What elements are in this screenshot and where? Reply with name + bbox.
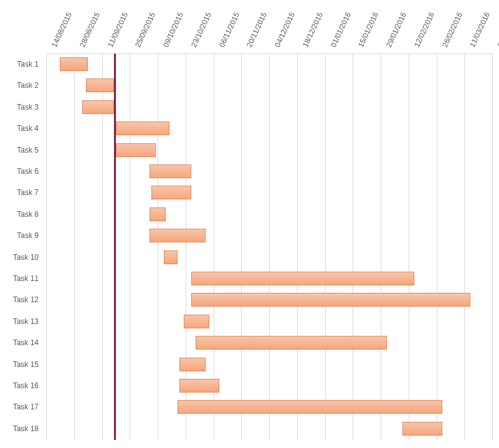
task-label: Task 15 (0, 360, 39, 369)
task-label: Task 17 (0, 403, 39, 411)
task-bar (191, 272, 414, 285)
task-bar (179, 358, 206, 371)
task-label: Task 7 (0, 188, 39, 197)
today-line (114, 54, 116, 440)
task-bar (151, 186, 191, 199)
task-label: Task 16 (0, 381, 39, 390)
gridline (130, 54, 130, 440)
gridline (241, 54, 242, 440)
task-label: Task 4 (0, 124, 39, 133)
task-bar (179, 379, 219, 393)
task-label: Task 14 (0, 338, 39, 347)
task-bar (116, 122, 169, 135)
task-bar (184, 315, 210, 328)
task-bar (402, 422, 442, 436)
task-bar (150, 164, 191, 178)
task-bar (178, 400, 442, 414)
task-bar (116, 143, 156, 157)
task-label: Task 12 (0, 295, 39, 304)
task-label: Task 9 (0, 231, 39, 240)
task-bar (150, 207, 166, 221)
task-bar (150, 229, 206, 242)
task-label: Task 6 (0, 167, 39, 176)
task-label: Task 5 (0, 146, 39, 155)
gridline (437, 54, 437, 440)
task-bar (82, 100, 114, 114)
task-bar (86, 79, 114, 92)
task-label: Task 13 (0, 317, 39, 326)
task-label: Task 11 (0, 274, 39, 283)
task-label: Task 18 (0, 424, 39, 433)
task-label: Task 1 (0, 60, 39, 69)
gridline (409, 54, 409, 440)
gridline (492, 54, 493, 440)
gridline (46, 54, 47, 440)
gantt-chart: 14/08/201528/08/201511/09/201525/09/2015… (0, 0, 499, 448)
task-label: Task 2 (0, 81, 39, 90)
gridline (464, 54, 465, 440)
gridline (381, 54, 381, 440)
gridline (158, 54, 158, 440)
task-bar (60, 57, 88, 71)
task-label: Task 3 (0, 103, 39, 112)
task-bar (164, 250, 178, 264)
gridline (269, 54, 270, 440)
gridline (297, 54, 298, 440)
task-label: Task 8 (0, 210, 39, 219)
task-bar (191, 293, 470, 307)
gridline (74, 54, 75, 440)
task-label: Task 10 (0, 253, 39, 262)
task-bar (196, 336, 387, 350)
gridline (353, 54, 353, 440)
gridline (325, 54, 326, 440)
